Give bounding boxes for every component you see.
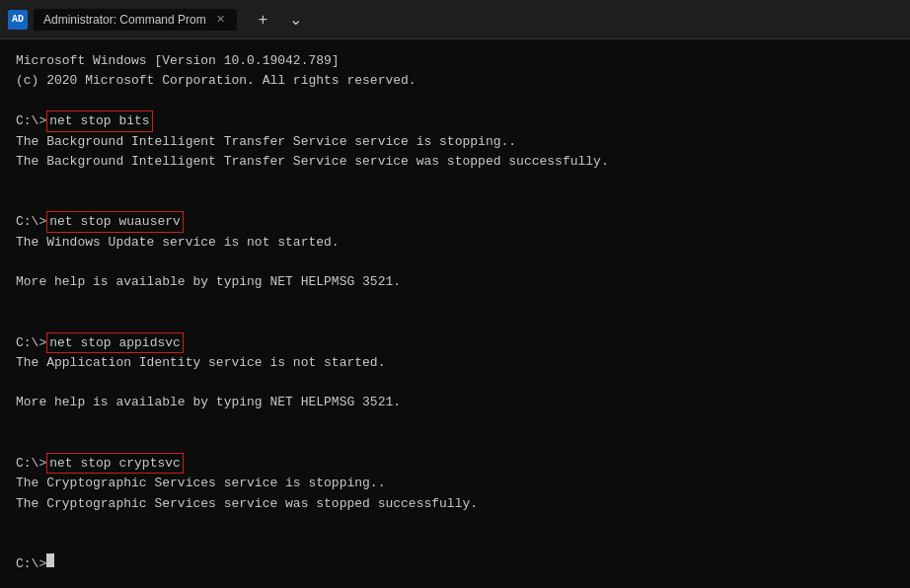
output-line-10: The Cryptographic Services service was s… xyxy=(16,494,894,514)
prompt-1: C:\> xyxy=(16,111,46,131)
command-4: net stop cryptsvc xyxy=(46,453,184,475)
output-line-6: More help is available by typing NET HEL… xyxy=(16,272,894,292)
blank-line-6 xyxy=(16,313,894,332)
icon-label: AD xyxy=(12,14,24,25)
blank-line-11 xyxy=(16,534,894,553)
prompt-3: C:\> xyxy=(16,333,46,353)
command-3: net stop appidsvc xyxy=(46,332,184,354)
new-tab-button[interactable]: + xyxy=(253,9,273,31)
command-line-4: C:\>net stop cryptsvc xyxy=(16,453,894,475)
blank-line-8 xyxy=(16,413,894,433)
blank-line-3 xyxy=(16,191,894,211)
output-line-8: More help is available by typing NET HEL… xyxy=(16,393,894,412)
terminal-body: Microsoft Windows [Version 10.0.19042.78… xyxy=(0,39,910,588)
cursor xyxy=(46,553,54,567)
blank-line-2 xyxy=(16,172,894,191)
prompt-4: C:\> xyxy=(16,454,46,474)
command-line-1: C:\>net stop bits xyxy=(16,110,894,132)
prompt-5: C:\> xyxy=(16,554,46,574)
output-line-5: The Windows Update service is not starte… xyxy=(16,233,894,253)
tab-close-button[interactable]: ✕ xyxy=(216,13,225,26)
tab-actions: + ⌄ xyxy=(253,8,308,31)
command-line-3: C:\>net stop appidsvc xyxy=(16,332,894,354)
output-line-2: (c) 2020 Microsoft Corporation. All righ… xyxy=(16,71,894,91)
output-line-9: The Cryptographic Services service is st… xyxy=(16,474,894,493)
prompt-2: C:\> xyxy=(16,212,46,232)
blank-line-7 xyxy=(16,373,894,393)
blank-line-5 xyxy=(16,292,894,312)
tab-label: Administrator: Command Prom xyxy=(43,13,206,27)
title-bar: AD Administrator: Command Prom ✕ + ⌄ xyxy=(0,0,910,39)
dropdown-button[interactable]: ⌄ xyxy=(283,8,308,31)
blank-line-1 xyxy=(16,91,894,110)
command-line-2: C:\>net stop wuauserv xyxy=(16,211,894,233)
command-1: net stop bits xyxy=(46,110,152,132)
output-line-3: The Background Intelligent Transfer Serv… xyxy=(16,132,894,152)
output-line-1: Microsoft Windows [Version 10.0.19042.78… xyxy=(16,51,894,71)
blank-line-9 xyxy=(16,433,894,453)
title-bar-left: AD Administrator: Command Prom ✕ + ⌄ xyxy=(8,8,308,31)
blank-line-10 xyxy=(16,514,894,534)
blank-line-4 xyxy=(16,253,894,272)
output-line-7: The Application Identity service is not … xyxy=(16,353,894,373)
output-line-4: The Background Intelligent Transfer Serv… xyxy=(16,152,894,172)
terminal-icon: AD xyxy=(8,10,28,30)
final-prompt-line[interactable]: C:\> xyxy=(16,553,894,574)
command-2: net stop wuauserv xyxy=(46,211,184,233)
active-tab[interactable]: Administrator: Command Prom ✕ xyxy=(34,9,237,31)
